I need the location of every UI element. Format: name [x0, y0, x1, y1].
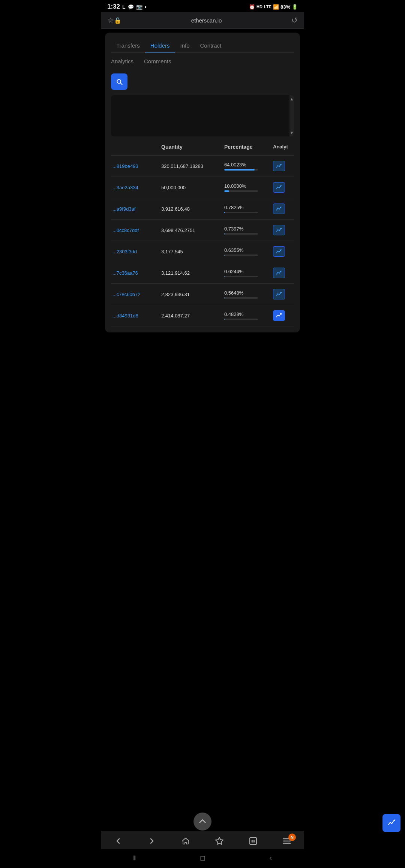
tab-contract[interactable]: Contract	[195, 39, 227, 52]
pct-bar-bg-6	[224, 276, 258, 277]
nav-back[interactable]	[110, 835, 126, 847]
chevron-up-icon	[198, 817, 207, 826]
system-home-btn[interactable]: ◻	[192, 852, 213, 864]
table-row: ...a9f9d3af 3,912,616.48 0.7825%	[111, 198, 294, 220]
star-icon[interactable]: ☆	[107, 16, 114, 25]
address-6[interactable]: ...7c36aa76	[111, 269, 160, 277]
star-nav-icon	[215, 837, 224, 846]
refresh-icon[interactable]: ↺	[291, 16, 298, 25]
analytics-icon-6[interactable]	[273, 268, 285, 278]
nav-menu[interactable]: N	[279, 835, 295, 847]
th-quantity: Quantity	[160, 142, 223, 152]
analytics-btn-1[interactable]	[272, 160, 294, 172]
table-row: ...d84931d6 2,414,087.27 0.4828%	[111, 305, 294, 326]
quantity-3: 3,912,616.48	[160, 205, 223, 213]
pct-bar-fill-8	[224, 319, 225, 320]
quantity-5: 3,177,545	[160, 248, 223, 255]
nav-favorites[interactable]	[211, 835, 228, 847]
scrollbar[interactable]: ▲ ▼	[290, 95, 294, 136]
nav-forward[interactable]	[144, 835, 160, 847]
nav-home[interactable]	[177, 835, 194, 847]
analytics-btn-7[interactable]	[272, 288, 294, 300]
scroll-down-arrow[interactable]: ▼	[290, 130, 294, 136]
pct-text-5: 0.6355%	[224, 247, 270, 253]
scroll-to-top-button[interactable]	[194, 813, 212, 831]
address-1[interactable]: ...819be493	[111, 163, 160, 170]
forward-icon	[147, 837, 156, 846]
address-5[interactable]: ...2303f3dd	[111, 248, 160, 255]
tab-comments[interactable]: Comments	[139, 54, 177, 68]
analytics-icon-4[interactable]	[273, 225, 285, 235]
analytics-icon-5[interactable]	[273, 246, 285, 257]
analytics-icon-1[interactable]	[273, 161, 285, 171]
percentage-6: 0.6244%	[223, 268, 272, 278]
percentage-1: 64.0023%	[223, 161, 272, 171]
analytics-btn-2[interactable]	[272, 181, 294, 193]
l-icon: L	[122, 4, 126, 10]
status-left: 1:32 L 💬 📷 •	[107, 3, 147, 10]
system-nav-bar: ⦀ ◻ ‹	[101, 849, 304, 868]
pct-text-1: 64.0023%	[224, 162, 270, 168]
table-row: ...c78c60b72 2,823,936.31 0.5648%	[111, 284, 294, 305]
hd-label: HD	[256, 4, 262, 9]
analytics-icon-2[interactable]	[273, 182, 285, 193]
url-bar[interactable]: etherscan.io	[122, 17, 291, 24]
pct-bar-bg-1	[224, 169, 258, 171]
pct-text-7: 0.5648%	[224, 290, 270, 296]
address-7[interactable]: ...c78c60b72	[111, 291, 160, 298]
tab-analytics[interactable]: Analytics	[111, 54, 139, 68]
address-2[interactable]: ...3ae2a334	[111, 184, 160, 191]
pct-bar-fill-2	[224, 190, 229, 192]
chart-icon-7	[276, 291, 282, 298]
analytics-icon-7[interactable]	[273, 289, 285, 299]
notification-badge: N	[288, 834, 296, 841]
scroll-up-arrow[interactable]: ▲	[290, 96, 294, 102]
search-button[interactable]	[111, 73, 128, 90]
signal-icon: 📶	[273, 4, 279, 10]
percentage-2: 10.0000%	[223, 183, 272, 193]
browser-bar: ☆ 🔒 etherscan.io ↺	[101, 12, 304, 29]
tabs-row-1: Transfers Holders Info Contract	[111, 39, 294, 53]
system-back-btn[interactable]: ‹	[262, 853, 279, 864]
pct-bar-fill-1	[224, 169, 255, 171]
nav-tabs[interactable]: 99	[245, 835, 261, 847]
analytics-btn-4[interactable]	[272, 224, 294, 236]
status-right: ⏰ HD LTE 📶 83% 🔋	[249, 4, 298, 10]
th-percentage: Percentage	[223, 142, 272, 152]
analytics-btn-5[interactable]	[272, 245, 294, 257]
tab-holders[interactable]: Holders	[145, 39, 175, 52]
percentage-8: 0.4828%	[223, 311, 272, 321]
table-row: ...0cc8c7ddf 3,698,476.2751 0.7397%	[111, 220, 294, 241]
instagram-icon: 📷	[136, 4, 142, 10]
pct-text-4: 0.7397%	[224, 226, 270, 232]
table-row: ...2303f3dd 3,177,545 0.6355%	[111, 241, 294, 262]
pct-bar-bg-8	[224, 319, 258, 320]
chart-icon-8	[276, 312, 282, 319]
analytics-btn-6[interactable]	[272, 267, 294, 279]
address-4[interactable]: ...0cc8c7ddf	[111, 227, 160, 234]
system-recent-btn[interactable]: ⦀	[126, 853, 144, 864]
th-address	[111, 142, 160, 152]
quantity-6: 3,121,914.62	[160, 269, 223, 277]
tab-info[interactable]: Info	[175, 39, 195, 52]
pct-text-8: 0.4828%	[224, 311, 270, 317]
analytics-btn-8[interactable]	[272, 310, 294, 322]
back-icon	[114, 837, 123, 846]
bottom-nav: 99 N ⦀ ◻ ‹	[101, 831, 304, 868]
tabs-row-2: Analytics Comments	[111, 53, 294, 68]
chart-icon-2	[276, 184, 282, 191]
analytics-icon-3[interactable]	[273, 204, 285, 214]
home-icon	[181, 837, 190, 846]
quantity-1: 320,011,687.18283	[160, 163, 223, 170]
quantity-7: 2,823,936.31	[160, 291, 223, 298]
analytics-icon-8[interactable]	[273, 310, 285, 321]
chart-icon-5	[276, 248, 282, 255]
percentage-5: 0.6355%	[223, 247, 272, 257]
talk-icon: 💬	[128, 4, 134, 10]
address-8[interactable]: ...d84931d6	[111, 312, 160, 319]
address-3[interactable]: ...a9f9d3af	[111, 205, 160, 213]
tab-count-text: 99	[251, 840, 255, 843]
analytics-btn-3[interactable]	[272, 203, 294, 215]
percentage-3: 0.7825%	[223, 204, 272, 214]
tab-transfers[interactable]: Transfers	[111, 39, 145, 52]
